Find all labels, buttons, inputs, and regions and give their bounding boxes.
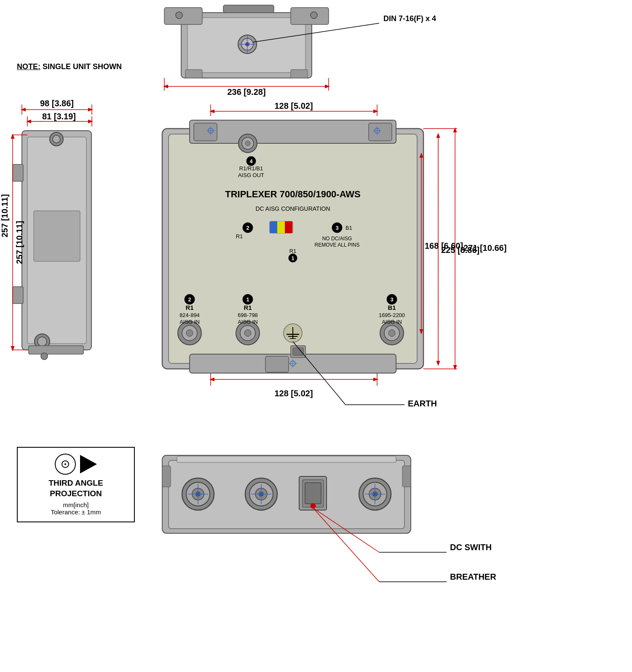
svg-point-24 (35, 334, 50, 349)
svg-point-121 (311, 503, 316, 508)
svg-rect-1 (187, 18, 305, 73)
svg-text:236 [9.28]: 236 [9.28] (227, 87, 265, 97)
svg-text:1: 1 (292, 255, 295, 261)
svg-point-56 (380, 321, 404, 345)
svg-rect-29 (162, 129, 423, 369)
svg-point-122 (359, 478, 391, 510)
svg-rect-2 (164, 8, 202, 24)
svg-rect-15 (291, 70, 308, 78)
svg-rect-0 (181, 13, 312, 78)
svg-point-114 (259, 492, 264, 497)
svg-point-128 (373, 492, 377, 496)
svg-point-107 (195, 492, 201, 497)
svg-rect-14 (185, 70, 202, 78)
note-underline: NOTE: (17, 62, 40, 71)
svg-rect-73 (277, 221, 285, 233)
svg-text:2: 2 (246, 225, 249, 231)
svg-rect-27 (29, 346, 83, 354)
svg-text:TRIPLEXER 700/850/1900-AWS: TRIPLEXER 700/850/1900-AWS (225, 189, 361, 199)
svg-text:128 [5.02]: 128 [5.02] (274, 101, 313, 110)
svg-text:98 [3.86]: 98 [3.86] (40, 99, 74, 108)
svg-point-59 (238, 134, 257, 153)
svg-rect-99 (293, 348, 303, 355)
svg-point-47 (186, 330, 193, 336)
svg-text:DC AISG CONFIGURATION: DC AISG CONFIGURATION (255, 205, 330, 212)
svg-rect-119 (303, 480, 324, 507)
svg-point-42 (290, 361, 295, 366)
projection-tolerance: Tolerance: ± 1mm (24, 508, 128, 516)
svg-rect-19 (27, 137, 86, 344)
svg-text:R1: R1 (289, 248, 297, 254)
svg-point-104 (182, 478, 214, 510)
svg-text:2: 2 (188, 296, 191, 303)
svg-rect-31 (190, 120, 396, 143)
svg-rect-26 (34, 211, 80, 261)
svg-text:DIN 7-16(F) x 4: DIN 7-16(F) x 4 (383, 14, 436, 23)
svg-text:REMOVE ALL PINS: REMOVE ALL PINS (315, 242, 360, 248)
note-label: NOTE: SINGLE UNIT SHOWN (17, 62, 122, 71)
svg-text:3: 3 (335, 225, 338, 231)
svg-text:DC SWITH: DC SWITH (450, 543, 492, 552)
svg-point-111 (245, 478, 277, 510)
svg-rect-20 (13, 164, 23, 181)
svg-point-61 (245, 141, 250, 146)
svg-text:3: 3 (390, 296, 393, 303)
svg-rect-18 (22, 131, 91, 350)
svg-point-112 (249, 482, 273, 506)
projection-units: mm[inch] (24, 501, 128, 508)
projection-cone (80, 455, 97, 473)
svg-text:B1: B1 (345, 225, 352, 231)
svg-point-5 (311, 12, 317, 19)
svg-text:698-798: 698-798 (238, 312, 258, 318)
projection-title: THIRD ANGLEPROJECTION (24, 478, 128, 499)
svg-point-57 (384, 325, 399, 341)
svg-point-46 (182, 325, 197, 341)
svg-text:824-894: 824-894 (179, 312, 200, 318)
svg-point-113 (255, 488, 267, 500)
projection-symbol (24, 454, 128, 475)
svg-text:R1/R1/B1: R1/R1/B1 (239, 165, 263, 172)
svg-text:AISG IN: AISG IN (238, 319, 258, 325)
svg-rect-13 (223, 5, 274, 13)
svg-point-105 (186, 482, 210, 506)
svg-point-25 (37, 337, 47, 346)
svg-point-75 (332, 223, 342, 233)
svg-point-37 (375, 128, 380, 133)
svg-text:AISG OUT: AISG OUT (238, 172, 264, 178)
projection-box: THIRD ANGLEPROJECTION mm[inch] Tolerance… (17, 447, 135, 522)
svg-point-45 (178, 321, 201, 345)
svg-point-11 (246, 43, 249, 46)
projection-circle (55, 454, 76, 475)
svg-line-16 (253, 23, 379, 42)
svg-text:81 [3.19]: 81 [3.19] (42, 112, 76, 121)
svg-text:4: 4 (249, 158, 253, 164)
svg-point-58 (388, 330, 395, 336)
svg-text:128 [5.02]: 128 [5.02] (274, 389, 313, 398)
svg-point-12 (246, 43, 248, 45)
svg-text:BREATHER: BREATHER (450, 572, 496, 581)
svg-text:1695-2200: 1695-2200 (379, 312, 405, 318)
svg-rect-21 (13, 287, 23, 304)
svg-line-162 (293, 341, 345, 405)
svg-point-93 (387, 294, 397, 304)
svg-rect-3 (291, 8, 329, 24)
svg-point-28 (41, 353, 48, 360)
svg-point-88 (243, 294, 253, 304)
svg-line-165 (313, 508, 379, 552)
svg-rect-120 (305, 483, 321, 504)
svg-text:257 [10.11]: 257 [10.11] (15, 221, 24, 264)
svg-text:R1: R1 (236, 233, 243, 239)
svg-point-117 (260, 492, 263, 496)
svg-text:AISG IN: AISG IN (382, 319, 402, 325)
svg-text:R1: R1 (185, 304, 193, 311)
svg-rect-102 (162, 466, 171, 487)
svg-point-8 (245, 42, 249, 46)
svg-text:257 [10.11]: 257 [10.11] (0, 194, 9, 237)
svg-point-34 (208, 128, 213, 133)
svg-rect-72 (270, 221, 277, 233)
svg-point-49 (240, 325, 255, 341)
svg-point-125 (372, 492, 378, 497)
svg-text:R1: R1 (244, 304, 252, 311)
svg-text:B1: B1 (388, 304, 396, 311)
svg-text:1: 1 (246, 296, 249, 303)
